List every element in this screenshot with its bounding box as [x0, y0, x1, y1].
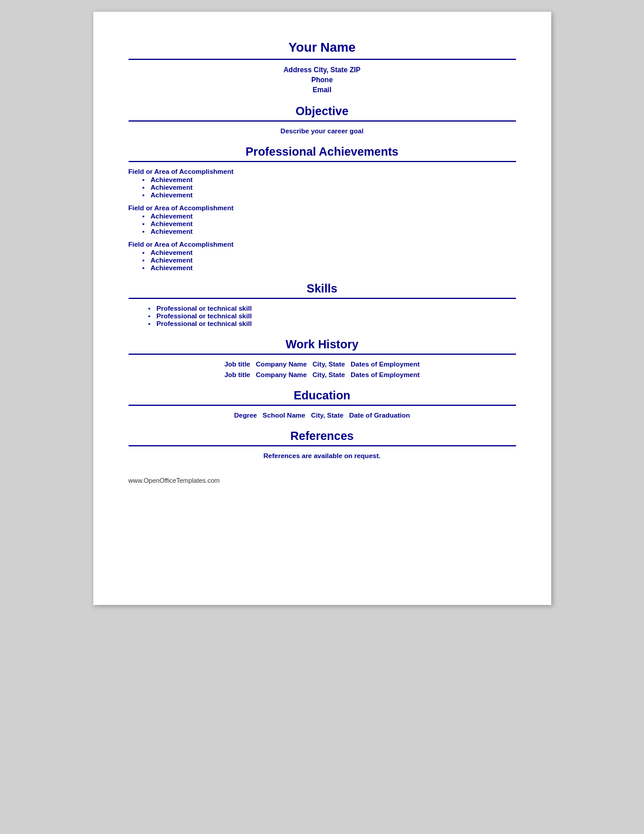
work-entry-2: Job title Company Name City, State Dates…: [129, 371, 516, 378]
references-divider: [129, 445, 516, 446]
list-item: Achievement: [143, 257, 516, 264]
header-email: Email: [129, 86, 516, 94]
references-text: References are available on request.: [129, 452, 516, 459]
list-item: Achievement: [143, 184, 516, 191]
achievements-group-1-list: Achievement Achievement Achievement: [129, 176, 516, 199]
header-phone: Phone: [129, 76, 516, 84]
work-history-title: Work History: [129, 338, 516, 351]
achievements-title: Professional Achievements: [129, 145, 516, 159]
work-history-divider: [129, 354, 516, 355]
list-item: Achievement: [143, 220, 516, 227]
list-item: Achievement: [143, 264, 516, 271]
header-address: Address City, State ZIP: [129, 66, 516, 74]
list-item: Professional or technical skill: [149, 320, 516, 327]
achievements-group-1: Field or Area of Accomplishment Achievem…: [129, 168, 516, 199]
objective-divider: [129, 120, 516, 122]
list-item: Professional or technical skill: [149, 312, 516, 320]
achievements-group-2: Field or Area of Accomplishment Achievem…: [129, 204, 516, 235]
achievements-group-3: Field or Area of Accomplishment Achievem…: [129, 241, 516, 271]
references-title: References: [129, 429, 516, 443]
achievements-group-2-list: Achievement Achievement Achievement: [129, 213, 516, 235]
work-entry-1: Job title Company Name City, State Dates…: [129, 361, 516, 368]
education-divider: [129, 405, 516, 406]
skills-divider: [129, 298, 516, 299]
resume-page: Your Name Address City, State ZIP Phone …: [93, 12, 551, 605]
list-item: Achievement: [143, 249, 516, 256]
education-title: Education: [129, 389, 516, 402]
name-divider: [129, 59, 516, 60]
achievements-group-3-list: Achievement Achievement Achievement: [129, 249, 516, 271]
skills-title: Skills: [129, 282, 516, 295]
list-item: Achievement: [143, 176, 516, 183]
achievements-divider: [129, 161, 516, 162]
list-item: Professional or technical skill: [149, 305, 516, 312]
skills-list: Professional or technical skill Professi…: [134, 305, 516, 327]
achievements-group-1-label: Field or Area of Accomplishment: [129, 168, 516, 175]
skills-list-container: Professional or technical skill Professi…: [129, 305, 516, 327]
achievements-group-2-label: Field or Area of Accomplishment: [129, 204, 516, 211]
resume-name: Your Name: [129, 40, 516, 55]
achievements-group-3-label: Field or Area of Accomplishment: [129, 241, 516, 248]
list-item: Achievement: [143, 228, 516, 235]
list-item: Achievement: [143, 213, 516, 220]
footer-url: www.OpenOfficeTemplates.com: [129, 477, 516, 484]
list-item: Achievement: [143, 191, 516, 199]
objective-title: Objective: [129, 105, 516, 118]
education-entry-1: Degree School Name City, State Date of G…: [129, 412, 516, 419]
objective-description: Describe your career goal: [129, 127, 516, 134]
